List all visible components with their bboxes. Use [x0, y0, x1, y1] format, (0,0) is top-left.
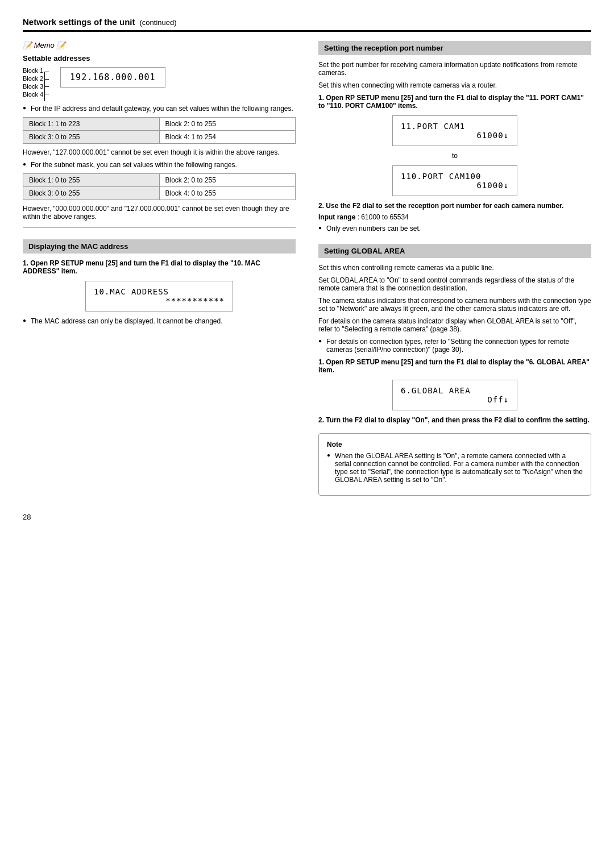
table-cell: Block 2: 0 to 255 — [159, 118, 296, 131]
global-intro2: Set GLOBAL AREA to "On" to send control … — [318, 276, 591, 292]
reception-intro1: Set the port number for receiving camera… — [318, 61, 591, 77]
to-text: to — [318, 152, 591, 160]
table-row: Block 3: 0 to 255 Block 4: 0 to 255 — [23, 187, 296, 200]
note-box: Note When the GLOBAL AREA setting is "On… — [318, 433, 591, 496]
table-row: Block 3: 0 to 255 Block 4: 1 to 254 — [23, 131, 296, 144]
global-intro3: The camera status indicators that corres… — [318, 297, 591, 313]
table-cell: Block 1: 0 to 255 — [23, 174, 160, 187]
subnet-note2: However, "000.000.000.000" and "127.000.… — [23, 205, 296, 221]
input-range-value: : 61000 to 65534 — [358, 213, 409, 221]
page-title: Network settings of the unit — [23, 17, 135, 27]
page-number: 28 — [23, 513, 591, 521]
main-content: 📝 Memo 📝 Settable addresses Block 1 Bloc… — [23, 41, 591, 496]
input-range-line: Input range : 61000 to 65534 — [318, 213, 591, 221]
global-bullet1: For details on connection types, refer t… — [318, 338, 591, 354]
block-label-4: Block 4 — [23, 91, 43, 98]
table-row: Block 1: 1 to 223 Block 2: 0 to 255 — [23, 118, 296, 131]
reception-section-header: Setting the reception port number — [318, 41, 591, 55]
mac-display-line2: *********** — [94, 296, 225, 305]
subnet-range-table: Block 1: 0 to 255 Block 2: 0 to 255 Bloc… — [23, 173, 296, 200]
ip-address-area: Block 1 Block 2 Block 3 Block 4 192.168.… — [23, 67, 296, 99]
note-box-header: Note — [327, 441, 583, 448]
thin-divider — [23, 227, 296, 228]
global-intro1: Set this when controlling remote cameras… — [318, 264, 591, 272]
reception-intro2: Set this when connecting with remote cam… — [318, 81, 591, 89]
block-label-2: Block 2 — [23, 75, 43, 82]
table-row: Block 1: 0 to 255 Block 2: 0 to 255 — [23, 174, 296, 187]
reception-display2: 110.PORT CAM100 61000↓ — [392, 165, 517, 196]
subnet-note: For the subnet mask, you can set values … — [23, 161, 296, 169]
global-display: 6.GLOBAL AREA Off↓ — [392, 380, 517, 410]
reception-display2-line2: 61000↓ — [401, 181, 509, 190]
reception-display1-line1: 11.PORT CAM1 — [401, 122, 509, 131]
table-cell: Block 4: 0 to 255 — [159, 187, 296, 200]
ip-address-box-container: 192.168.000.001 — [49, 67, 165, 92]
reception-step2: 2. Use the F2 dial to set the reception … — [318, 202, 591, 210]
global-step2: 2. Turn the F2 dial to display "On", and… — [318, 416, 591, 424]
mac-bullet: The MAC address can only be displayed. I… — [23, 317, 296, 325]
mac-section-header: Displaying the MAC address — [23, 239, 296, 254]
table-cell: Block 4: 1 to 254 — [159, 131, 296, 144]
reception-display1-line2: 61000↓ — [401, 131, 509, 140]
right-column: Setting the reception port number Set th… — [318, 41, 591, 496]
table-cell: Block 3: 0 to 255 — [23, 187, 160, 200]
ip-note1: However, "127.000.000.001" cannot be set… — [23, 148, 296, 156]
page-header: Network settings of the unit (continued) — [23, 17, 591, 32]
global-section-header: Setting GLOBAL AREA — [318, 244, 591, 258]
table-cell: Block 3: 0 to 255 — [23, 131, 160, 144]
page-subtitle: (continued) — [140, 18, 177, 27]
table-cell: Block 1: 1 to 223 — [23, 118, 160, 131]
mac-display-box: 10.MAC ADDRESS *********** — [85, 281, 233, 312]
global-display-line2: Off↓ — [401, 395, 509, 404]
mac-step1: 1. Open RP SETUP menu [25] and turn the … — [23, 259, 296, 275]
note-box-bullet1: When the GLOBAL AREA setting is "On", a … — [327, 452, 583, 484]
reception-step1: 1. Open RP SETUP menu [25] and turn the … — [318, 94, 591, 110]
global-display-line1: 6.GLOBAL AREA — [401, 386, 509, 395]
input-range-label: Input range — [318, 213, 355, 221]
reception-display2-line1: 110.PORT CAM100 — [401, 172, 509, 181]
mac-display-line1: 10.MAC ADDRESS — [94, 287, 225, 296]
memo-label: 📝 Memo 📝 — [23, 41, 296, 49]
left-column: 📝 Memo 📝 Settable addresses Block 1 Bloc… — [23, 41, 296, 496]
block-labels-list: Block 1 Block 2 Block 3 Block 4 — [23, 67, 43, 99]
block-label-3: Block 3 — [23, 83, 43, 90]
reception-display1: 11.PORT CAM1 61000↓ — [392, 115, 517, 146]
table-cell: Block 2: 0 to 255 — [159, 174, 296, 187]
global-step1: 1. Open RP SETUP menu [25] and turn the … — [318, 358, 591, 374]
block-label-1: Block 1 — [23, 67, 43, 74]
ip-range-table: Block 1: 1 to 223 Block 2: 0 to 255 Bloc… — [23, 117, 296, 144]
settable-addresses-label: Settable addresses — [23, 54, 296, 63]
reception-bullet: Only even numbers can be set. — [318, 225, 591, 232]
global-intro4: For details on the camera status indicat… — [318, 317, 591, 333]
ip-address-display: 192.168.000.001 — [60, 67, 165, 88]
ip-table-note: For the IP address and default gateway, … — [23, 105, 296, 113]
